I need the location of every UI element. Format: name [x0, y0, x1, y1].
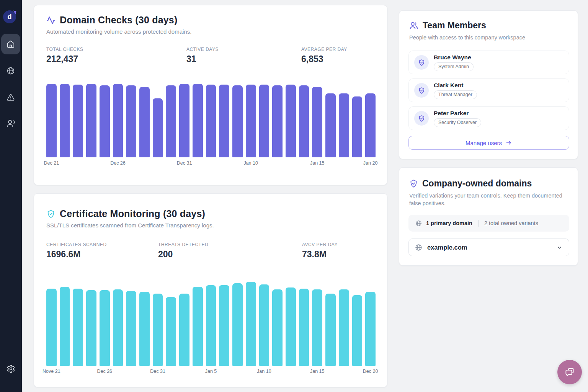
- sidebar-item-settings[interactable]: [1, 358, 20, 379]
- x-axis-label: Dec 26: [110, 160, 126, 166]
- chat-button[interactable]: [557, 360, 582, 384]
- chat-bubbles-icon: [564, 366, 575, 378]
- bar[interactable]: [126, 85, 136, 157]
- manage-users-button[interactable]: Manage users: [408, 136, 569, 150]
- sidebar-item-domains[interactable]: [1, 60, 20, 81]
- users-icon: [409, 21, 418, 30]
- bar[interactable]: [352, 96, 363, 157]
- bar[interactable]: [299, 289, 309, 366]
- stat-label: AVCV PER DAY: [302, 242, 338, 247]
- team-members-title: Team Members: [423, 20, 486, 31]
- bar[interactable]: [166, 85, 176, 157]
- bar[interactable]: [259, 284, 270, 366]
- member-name: Peter Parker: [434, 110, 481, 116]
- arrow-right-icon: [505, 139, 512, 146]
- shield-check-icon: [46, 209, 56, 219]
- shield-check-icon: [418, 115, 425, 122]
- domain-checks-subtitle: Automated monitoring volume across prote…: [46, 28, 191, 35]
- shield-check-icon: [418, 87, 425, 94]
- stat-value: 200: [158, 249, 208, 260]
- certificate-monitoring-bar-chart: [46, 282, 376, 366]
- bar[interactable]: [325, 294, 336, 366]
- x-axis-label: Dec 26: [97, 369, 112, 374]
- bar[interactable]: [286, 287, 296, 366]
- sidebar-item-home[interactable]: [1, 34, 20, 54]
- domains-summary: 1 primary domain 2 total owned variants: [408, 215, 569, 232]
- bar[interactable]: [139, 292, 150, 366]
- stat-label: THREATS DETECTED: [158, 242, 208, 247]
- bar[interactable]: [246, 282, 256, 366]
- bar[interactable]: [153, 294, 163, 366]
- bar[interactable]: [86, 290, 96, 366]
- bar[interactable]: [232, 85, 243, 157]
- bar[interactable]: [166, 297, 176, 366]
- x-axis-label: Jan 15: [310, 369, 325, 374]
- x-axis-label: Dec 31: [150, 369, 165, 374]
- stat-value: 6,853: [301, 54, 347, 64]
- app-logo[interactable]: d: [3, 10, 16, 23]
- bar[interactable]: [312, 289, 322, 366]
- bar[interactable]: [113, 289, 123, 366]
- bar[interactable]: [86, 84, 96, 157]
- member-name: Bruce Wayne: [434, 54, 474, 60]
- bar[interactable]: [46, 289, 57, 366]
- bar[interactable]: [272, 85, 283, 157]
- bar[interactable]: [113, 84, 123, 157]
- bar[interactable]: [100, 85, 110, 157]
- member-role-badge: System Admin: [434, 62, 474, 71]
- domain-name: example.com: [427, 244, 467, 251]
- bar[interactable]: [232, 283, 243, 366]
- stat-label: ACTIVE DAYS: [186, 47, 219, 52]
- bar[interactable]: [206, 85, 216, 157]
- bar[interactable]: [219, 85, 229, 157]
- bar[interactable]: [139, 87, 150, 157]
- bar[interactable]: [339, 93, 349, 157]
- x-axis-label: Jan 5: [205, 369, 217, 374]
- bar[interactable]: [60, 84, 70, 157]
- bar[interactable]: [179, 84, 189, 157]
- stat-avcv-per-day: AVCV PER DAY 73.8M: [302, 242, 338, 260]
- bar[interactable]: [259, 85, 270, 157]
- bar[interactable]: [46, 84, 57, 157]
- bar[interactable]: [246, 85, 256, 157]
- bar[interactable]: [365, 93, 376, 157]
- bar[interactable]: [312, 87, 322, 157]
- bar[interactable]: [325, 93, 336, 157]
- sidebar-item-team[interactable]: [1, 113, 20, 134]
- bar[interactable]: [352, 295, 363, 366]
- certificate-monitoring-card: Certificate Monitoring (30 days) SSL/TLS…: [34, 193, 387, 387]
- team-member-row: Bruce WayneSystem Admin: [408, 51, 569, 74]
- bar[interactable]: [126, 291, 136, 366]
- bar[interactable]: [219, 285, 229, 366]
- bar[interactable]: [193, 84, 203, 157]
- bar[interactable]: [206, 285, 216, 366]
- domain-dropdown[interactable]: example.com: [408, 238, 569, 256]
- x-axis-label: Nove 21: [42, 369, 60, 374]
- member-name: Clark Kent: [434, 82, 477, 88]
- member-role-badge: Security Observer: [434, 118, 481, 127]
- bar[interactable]: [272, 289, 283, 366]
- bar[interactable]: [60, 287, 70, 366]
- bar[interactable]: [365, 292, 376, 366]
- stat-threats-detected: THREATS DETECTED 200: [158, 242, 208, 260]
- avatar: [414, 83, 429, 98]
- activity-icon: [46, 16, 56, 25]
- bar[interactable]: [339, 289, 349, 366]
- bar[interactable]: [73, 85, 83, 157]
- divider: [478, 220, 479, 227]
- member-info: Bruce WayneSystem Admin: [434, 54, 474, 71]
- bar[interactable]: [73, 289, 83, 366]
- x-axis-label: Dec 20: [363, 369, 378, 374]
- avatar: [414, 111, 429, 126]
- bar[interactable]: [100, 290, 110, 366]
- bar[interactable]: [153, 98, 163, 157]
- bar[interactable]: [179, 294, 189, 366]
- bar[interactable]: [299, 85, 309, 157]
- stat-value: 31: [186, 54, 219, 64]
- bar[interactable]: [193, 287, 203, 366]
- sidebar-item-alerts[interactable]: [1, 87, 20, 108]
- stat-value: 73.8M: [302, 249, 338, 260]
- chevron-down-icon: [556, 244, 563, 251]
- bar[interactable]: [286, 85, 296, 157]
- team-members-card: Team Members People with access to this …: [399, 10, 578, 159]
